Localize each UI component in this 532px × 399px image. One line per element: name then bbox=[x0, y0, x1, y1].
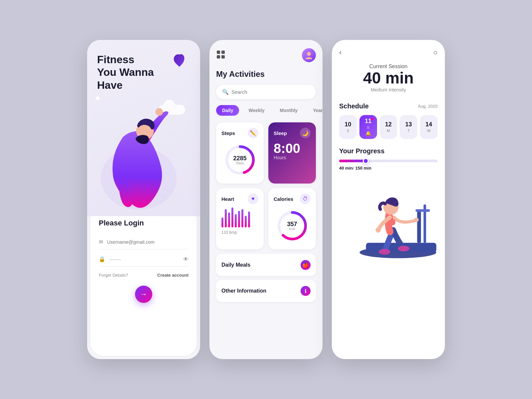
activities-header bbox=[216, 48, 316, 62]
schedule-section: Schedule Aug, 2020 10 S 11 S 🔔 12 M bbox=[339, 102, 438, 139]
email-icon: ✉ bbox=[99, 239, 103, 245]
search-button[interactable]: ○ bbox=[433, 48, 438, 57]
active-dot bbox=[371, 118, 374, 120]
search-bar[interactable]: 🔍 bbox=[216, 85, 316, 99]
search-input[interactable] bbox=[231, 89, 295, 95]
svg-rect-5 bbox=[217, 55, 220, 59]
sleep-icon: 🌙 bbox=[300, 128, 311, 138]
other-info-icon: ℹ bbox=[301, 286, 311, 296]
login-form: Please Login ✉ 🔒 👁 Forget Details? Creat… bbox=[90, 209, 197, 356]
activities-title: My Activities bbox=[216, 69, 316, 79]
eye-icon[interactable]: 👁 bbox=[183, 256, 189, 262]
search-icon: 🔍 bbox=[222, 89, 229, 95]
email-input[interactable] bbox=[107, 239, 189, 245]
yoga-illustration bbox=[90, 90, 187, 216]
calories-card: Calories ⏱ bbox=[268, 188, 316, 249]
activities-screen: My Activities 🔍 Daily Weekly Monthly Yea… bbox=[209, 40, 323, 359]
tab-weekly[interactable]: Weekly bbox=[242, 105, 270, 116]
svg-rect-3 bbox=[217, 51, 220, 54]
steps-value: 2285 Steps bbox=[233, 155, 246, 165]
session-intensity: Medium Intensity bbox=[339, 87, 438, 92]
day-12[interactable]: 12 M bbox=[380, 115, 397, 139]
svg-rect-4 bbox=[221, 51, 225, 54]
calories-value: 357 kcal bbox=[287, 221, 297, 231]
bar-7 bbox=[241, 209, 243, 227]
days-row: 10 S 11 S 🔔 12 M 13 T 14 bbox=[339, 115, 438, 139]
steps-header: Steps ✏️ bbox=[221, 128, 258, 138]
progress-thumb[interactable] bbox=[363, 158, 369, 164]
session-info: Current Session 40 min Medium Intensity bbox=[339, 64, 438, 92]
svg-point-22 bbox=[414, 217, 419, 222]
progress-section: Your Progress 40 min/ 150 min bbox=[339, 147, 438, 171]
session-screen: ‹ ○ Current Session 40 min Medium Intens… bbox=[332, 40, 445, 359]
bar-9 bbox=[248, 211, 250, 227]
runner-illustration bbox=[339, 179, 438, 262]
svg-rect-6 bbox=[221, 55, 225, 59]
svg-point-17 bbox=[379, 249, 390, 254]
daily-meals-icon: 🍎 bbox=[301, 260, 311, 270]
login-links: Forget Details? Create account bbox=[99, 273, 189, 278]
svg-point-18 bbox=[398, 246, 410, 251]
login-heading: Please Login bbox=[99, 219, 189, 227]
calories-circle: 357 kcal bbox=[274, 207, 311, 244]
session-header: ‹ ○ bbox=[339, 48, 438, 57]
other-info-label: Other Information bbox=[221, 288, 266, 294]
login-hero: Fitness You Wanna Have bbox=[87, 40, 200, 216]
bar-8 bbox=[245, 216, 247, 227]
tab-daily[interactable]: Daily bbox=[216, 105, 239, 116]
login-submit-button[interactable]: → bbox=[135, 286, 152, 303]
sleep-value: 8:00 bbox=[274, 142, 311, 155]
heart-card: Heart ♥ 110 bmp bbox=[216, 188, 264, 249]
day-13[interactable]: 13 T bbox=[400, 115, 417, 139]
back-button[interactable]: ‹ bbox=[339, 48, 341, 57]
other-info-row[interactable]: Other Information ℹ bbox=[216, 280, 316, 302]
schedule-title: Schedule bbox=[339, 102, 369, 110]
schedule-header: Schedule Aug, 2020 bbox=[339, 102, 438, 110]
sleep-unit: Hours bbox=[274, 155, 311, 160]
heart-bpm: 110 bmp bbox=[221, 230, 258, 235]
tab-yearly[interactable]: Yearly bbox=[307, 105, 323, 116]
calories-header: Calories ⏱ bbox=[274, 194, 311, 204]
bar-5 bbox=[235, 214, 237, 227]
steps-icon: ✏️ bbox=[248, 128, 258, 138]
progress-bar bbox=[339, 160, 438, 162]
svg-point-2 bbox=[155, 108, 163, 116]
forget-details-link[interactable]: Forget Details? bbox=[99, 273, 128, 278]
heart-rate-bars bbox=[221, 207, 258, 227]
daily-meals-row[interactable]: Daily Meals 🍎 bbox=[216, 254, 316, 276]
bar-3 bbox=[228, 212, 230, 227]
bell-icon: 🔔 bbox=[365, 131, 371, 136]
day-10[interactable]: 10 S bbox=[339, 115, 357, 139]
steps-circle: 2285 Steps bbox=[221, 142, 258, 178]
day-14[interactable]: 14 W bbox=[420, 115, 438, 139]
sleep-card: Sleep 🌙 8:00 Hours bbox=[268, 122, 316, 184]
screens-container: Fitness You Wanna Have bbox=[87, 40, 445, 359]
steps-title: Steps bbox=[221, 130, 235, 136]
sleep-header: Sleep 🌙 bbox=[274, 128, 311, 138]
heart-title: Heart bbox=[221, 196, 234, 202]
daily-meals-label: Daily Meals bbox=[221, 262, 250, 268]
progress-fill bbox=[339, 160, 366, 162]
calories-icon: ⏱ bbox=[300, 194, 311, 204]
calories-title: Calories bbox=[274, 196, 293, 202]
password-input[interactable] bbox=[109, 257, 183, 262]
period-tabs: Daily Weekly Monthly Yearly bbox=[216, 105, 316, 116]
grid-menu-icon[interactable] bbox=[216, 50, 225, 61]
svg-rect-14 bbox=[417, 211, 421, 243]
email-row[interactable]: ✉ bbox=[99, 235, 189, 249]
progress-labels: 40 min/ 150 min bbox=[339, 166, 438, 171]
login-screen: Fitness You Wanna Have bbox=[87, 40, 200, 359]
tab-monthly[interactable]: Monthly bbox=[274, 105, 304, 116]
steps-card: Steps ✏️ bbox=[216, 122, 264, 184]
password-row[interactable]: 🔒 👁 bbox=[99, 252, 189, 267]
heart-header: Heart ♥ bbox=[221, 194, 258, 204]
bar-6 bbox=[238, 211, 240, 227]
bar-1 bbox=[221, 217, 223, 227]
schedule-month: Aug, 2020 bbox=[418, 104, 438, 109]
user-avatar[interactable] bbox=[302, 48, 316, 62]
day-11[interactable]: 11 S 🔔 bbox=[359, 115, 377, 139]
heart-icon: ♥ bbox=[248, 194, 258, 204]
create-account-link[interactable]: Create account bbox=[157, 273, 189, 278]
metrics-grid: Steps ✏️ bbox=[216, 122, 316, 249]
progress-title: Your Progress bbox=[339, 147, 438, 155]
